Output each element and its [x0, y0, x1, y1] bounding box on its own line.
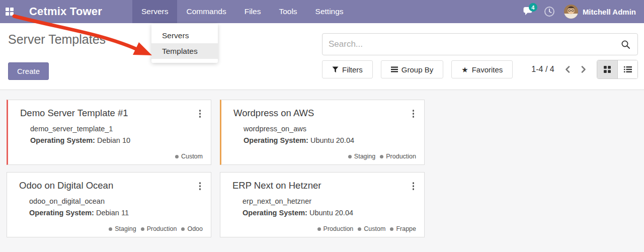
kebab-menu-icon[interactable] [195, 180, 205, 192]
activities-button[interactable] [544, 6, 555, 17]
card-os-line: Operating System: Debian 10 [30, 135, 203, 146]
dropdown-item-templates[interactable]: Templates [151, 43, 218, 59]
template-card[interactable]: ERP Next on Hetzner erp_next_on_hetzner … [220, 172, 425, 237]
card-os-line: Operating System: Debian 11 [29, 207, 203, 219]
tag: Production [317, 225, 354, 232]
menu-item-commands[interactable]: Commands [177, 0, 235, 23]
dropdown-item-servers[interactable]: Servers [151, 28, 218, 43]
avatar [564, 5, 578, 19]
systray: 4 Mitchell Admin [523, 0, 644, 23]
clock-icon [544, 6, 555, 17]
template-card[interactable]: Demo Server Template #1 demo_server_temp… [7, 100, 211, 165]
apps-grid-icon [6, 8, 14, 16]
menu-item-tools[interactable]: Tools [270, 0, 306, 23]
card-slug: odoo_on_digital_ocean [29, 196, 203, 207]
pager-value[interactable]: 1-4 / 4 [529, 64, 556, 74]
star-icon: ★ [461, 66, 468, 73]
control-panel: Server Templates Create Filters Group By [0, 23, 644, 90]
favorites-button[interactable]: ★ Favorites [451, 60, 513, 78]
card-title: Wordpress on AWS [233, 108, 314, 119]
card-tags: Production Custom Frappe [317, 225, 416, 232]
user-name: Mitchell Admin [583, 8, 636, 16]
create-button[interactable]: Create [8, 62, 49, 80]
tag-dot-icon [175, 155, 179, 158]
tag-dot-icon [348, 155, 352, 158]
filter-icon [332, 66, 339, 73]
tag: Custom [358, 225, 385, 232]
template-card[interactable]: Wordpress on AWS wordpress_on_aws Operat… [220, 100, 425, 165]
pager-previous-button[interactable] [561, 62, 574, 76]
tag-dot-icon [380, 155, 383, 158]
view-controls: Filters Group By ★ Favorites 1-4 / 4 [322, 60, 638, 79]
tag: Staging [348, 153, 375, 160]
tag: Staging [109, 225, 136, 232]
list-view-button[interactable] [617, 60, 637, 78]
kanban-icon [604, 66, 611, 73]
pager: 1-4 / 4 [529, 62, 597, 76]
user-menu[interactable]: Mitchell Admin [564, 5, 636, 19]
brand-title: Cetmix Tower [19, 0, 112, 23]
tag: Odoo [181, 225, 203, 232]
menu-item-settings[interactable]: Settings [306, 0, 353, 23]
messages-count-badge: 4 [529, 3, 537, 12]
kebab-menu-icon[interactable] [409, 180, 419, 192]
tag-dot-icon [358, 227, 361, 231]
chevron-right-icon [580, 65, 587, 73]
servers-dropdown-menu: Servers Templates [151, 24, 218, 63]
tag-dot-icon [317, 227, 321, 231]
card-tags: Staging Production Odoo [109, 225, 203, 232]
menu-item-servers[interactable]: Servers [132, 0, 177, 23]
card-slug: wordpress_on_aws [244, 123, 416, 135]
tag-dot-icon [390, 227, 393, 231]
messages-button[interactable]: 4 [523, 7, 535, 17]
card-os-line: Operating System: Ubuntu 20.04 [243, 207, 416, 219]
card-slug: erp_next_on_hetzner [243, 196, 416, 207]
group-by-icon [391, 66, 398, 72]
group-by-button[interactable]: Group By [381, 60, 443, 78]
pager-nav [561, 62, 590, 76]
card-tags: Staging Production [348, 153, 416, 160]
page-title: Server Templates [8, 32, 106, 47]
tag: Production [141, 225, 177, 232]
pager-next-button[interactable] [577, 62, 590, 76]
menu-item-files[interactable]: Files [235, 0, 270, 23]
card-title: Demo Server Template #1 [20, 108, 128, 119]
kanban-view-button[interactable] [597, 60, 617, 78]
kebab-menu-icon[interactable] [409, 108, 419, 120]
tag: Custom [175, 153, 203, 160]
main-menu: Servers Commands Files Tools Settings [132, 0, 353, 23]
tag: Production [380, 153, 416, 160]
tag-dot-icon [109, 227, 112, 231]
apps-menu-button[interactable] [0, 0, 19, 23]
chevron-left-icon [565, 65, 571, 73]
view-switcher [597, 60, 638, 79]
card-title: Odoo on Digital Ocean [19, 180, 113, 191]
tag: Frappe [390, 225, 416, 232]
list-icon [624, 66, 632, 73]
filters-button[interactable]: Filters [322, 60, 373, 78]
card-tags: Custom [175, 153, 203, 160]
card-slug: demo_server_template_1 [30, 123, 203, 135]
card-os-line: Operating System: Ubuntu 20.04 [244, 135, 416, 146]
kanban-view: Demo Server Template #1 demo_server_temp… [0, 90, 644, 252]
search-input[interactable] [323, 39, 614, 49]
search-box [322, 33, 638, 55]
kebab-menu-icon[interactable] [195, 108, 205, 120]
tag-dot-icon [181, 227, 185, 231]
template-card[interactable]: Odoo on Digital Ocean odoo_on_digital_oc… [7, 172, 211, 237]
top-navbar: Cetmix Tower Servers Commands Files Tool… [0, 0, 644, 23]
card-title: ERP Next on Hetzner [232, 180, 321, 191]
tag-dot-icon [141, 227, 144, 231]
search-icon[interactable] [614, 40, 637, 49]
